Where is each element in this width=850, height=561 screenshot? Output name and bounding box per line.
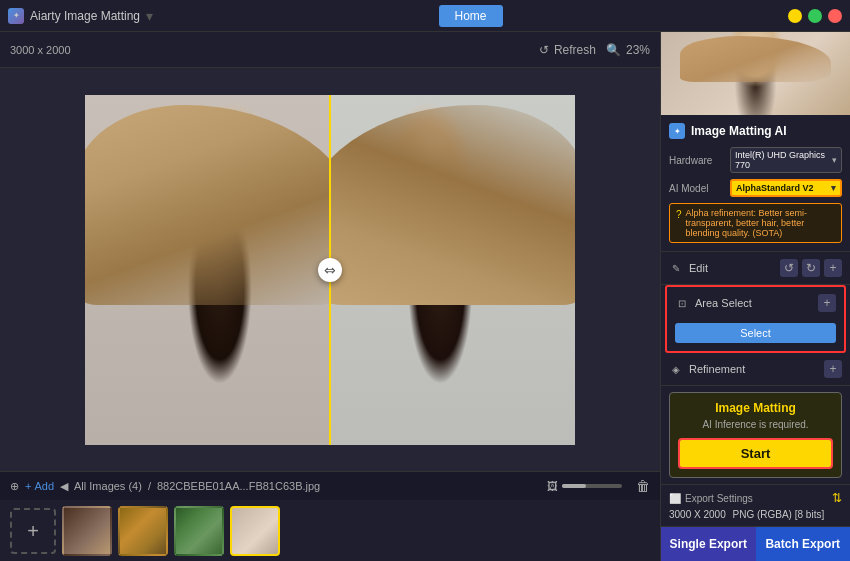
ai-icon: ✦ (669, 123, 685, 139)
images-label: All Images (4) (74, 480, 142, 492)
export-info: 3000 X 2000 PNG (RGBA) [8 bits] (669, 509, 842, 520)
hardware-label: Hardware (669, 155, 724, 166)
export-format: PNG (RGBA) [8 bits] (733, 509, 825, 520)
window-controls (788, 9, 842, 23)
ai-model-label: AI Model (669, 183, 724, 194)
expand-icon[interactable]: ⊕ (10, 480, 19, 493)
app-title: Aiarty Image Matting (30, 9, 140, 23)
file-name: 882CBEBE01AA...FB81C63B.jpg (157, 480, 320, 492)
export-title: ⬜ Export Settings ⇅ (669, 491, 842, 505)
right-panel: ✦ Image Matting AI Hardware Intel(R) UHD… (660, 32, 850, 561)
left-panel: 3000 x 2000 ↺ Refresh 🔍 23% (0, 32, 660, 561)
slash: / (148, 480, 151, 492)
canvas-right (330, 95, 575, 445)
close-button[interactable] (828, 9, 842, 23)
redo-button[interactable]: ↻ (802, 259, 820, 277)
zoom-icon: 🔍 (606, 43, 621, 57)
edit-add-button[interactable]: + (824, 259, 842, 277)
hair-left (85, 105, 330, 305)
ai-hint-box: ? Alpha refinement: Better semi-transpar… (669, 203, 842, 243)
select-button[interactable]: Select (675, 323, 836, 343)
zoom-slider[interactable]: 🖼 (547, 480, 622, 492)
refinement-header[interactable]: ◈ Refinement + (661, 353, 850, 385)
area-select-header[interactable]: ⊡ Area Select + (667, 287, 844, 319)
export-arrows-icon[interactable]: ⇅ (832, 491, 842, 505)
area-select-actions: + (818, 294, 836, 312)
main-layout: 3000 x 2000 ↺ Refresh 🔍 23% (0, 32, 850, 561)
minimize-button[interactable] (788, 9, 802, 23)
refinement-title: Refinement (689, 363, 818, 375)
titlebar-left: ✦ Aiarty Image Matting ▾ (8, 8, 153, 24)
image-toolbar: 3000 x 2000 ↺ Refresh 🔍 23% (0, 32, 660, 68)
hardware-select[interactable]: Intel(R) UHD Graphics 770 ▾ (730, 147, 842, 173)
thumbnail-4[interactable] (230, 506, 280, 556)
titlebar: ✦ Aiarty Image Matting ▾ Home (0, 0, 850, 32)
refinement-icon: ◈ (669, 362, 683, 376)
slider-fill (562, 484, 586, 488)
canvas-left (85, 95, 330, 445)
area-select-title: Area Select (695, 297, 812, 309)
thumbnail-1[interactable] (62, 506, 112, 556)
add-thumbnail-button[interactable]: + (10, 508, 56, 554)
zoom-out-icon: 🖼 (547, 480, 558, 492)
ai-section: ✦ Image Matting AI Hardware Intel(R) UHD… (661, 115, 850, 252)
ai-model-select[interactable]: AlphaStandard V2 ▾ (730, 179, 842, 197)
thumbnails-strip: + (0, 500, 660, 561)
export-buttons: Single Export Batch Export (661, 526, 850, 561)
app-logo: ✦ (8, 8, 24, 24)
hint-icon: ? (676, 209, 682, 220)
maximize-button[interactable] (808, 9, 822, 23)
start-button[interactable]: Start (678, 438, 833, 469)
hardware-chevron: ▾ (832, 155, 837, 165)
zoom-control[interactable]: 🔍 23% (606, 43, 650, 57)
refinement-actions: + (824, 360, 842, 378)
add-button[interactable]: + Add (25, 480, 54, 492)
area-select-content: Select (667, 319, 844, 351)
hardware-value: Intel(R) UHD Graphics 770 (735, 150, 832, 170)
edit-actions: ↺ ↻ + (780, 259, 842, 277)
refinement-section: ◈ Refinement + (661, 353, 850, 386)
section-header: ✦ Image Matting AI (669, 123, 842, 139)
delete-button[interactable]: 🗑 (636, 478, 650, 494)
edit-icon: ✎ (669, 261, 683, 275)
export-dims: 3000 X 2000 (669, 509, 726, 520)
bottom-toolbar: ⊕ + Add ◀ All Images (4) / 882CBEBE01AA.… (0, 472, 660, 500)
bottom-strip: ⊕ + Add ◀ All Images (4) / 882CBEBE01AA.… (0, 471, 660, 561)
hair-right (330, 105, 575, 305)
ai-section-title: Image Matting AI (691, 124, 787, 138)
ai-model-row: AI Model AlphaStandard V2 ▾ (669, 179, 842, 197)
area-select-section: ⊡ Area Select + Select (665, 285, 846, 353)
batch-export-button[interactable]: Batch Export (756, 527, 851, 561)
canvas-area[interactable]: ⇔ (0, 68, 660, 471)
dropdown-arrow[interactable]: ▾ (146, 8, 153, 24)
refresh-button[interactable]: ↺ Refresh (539, 43, 596, 57)
thumbnail-3[interactable] (174, 506, 224, 556)
image-dimensions: 3000 x 2000 (10, 44, 71, 56)
refresh-icon: ↺ (539, 43, 549, 57)
nav-home[interactable]: Home (439, 5, 503, 27)
area-select-icon: ⊡ (675, 296, 689, 310)
ai-model-chevron: ▾ (831, 183, 836, 193)
edit-title: Edit (689, 262, 774, 274)
nav-buttons: Home (439, 5, 503, 27)
edit-header[interactable]: ✎ Edit ↺ ↻ + (661, 252, 850, 284)
hint-text: Alpha refinement: Better semi-transparen… (686, 208, 835, 238)
preview-thumbnail (661, 32, 850, 115)
export-label: Export Settings (685, 493, 753, 504)
image-matting-box: Image Matting AI Inference is required. … (669, 392, 842, 478)
edit-section: ✎ Edit ↺ ↻ + (661, 252, 850, 285)
area-select-add-button[interactable]: + (818, 294, 836, 312)
slider-track[interactable] (562, 484, 622, 488)
plus-icon: + (25, 480, 31, 492)
canvas-container: ⇔ (85, 95, 575, 445)
matting-box-subtitle: AI Inference is required. (678, 419, 833, 430)
single-export-button[interactable]: Single Export (661, 527, 756, 561)
matting-box-title: Image Matting (678, 401, 833, 415)
refinement-add-button[interactable]: + (824, 360, 842, 378)
hardware-row: Hardware Intel(R) UHD Graphics 770 ▾ (669, 147, 842, 173)
export-icon: ⬜ (669, 493, 681, 504)
divider-handle[interactable]: ⇔ (318, 258, 342, 282)
nav-left-icon[interactable]: ◀ (60, 480, 68, 493)
undo-button[interactable]: ↺ (780, 259, 798, 277)
thumbnail-2[interactable] (118, 506, 168, 556)
